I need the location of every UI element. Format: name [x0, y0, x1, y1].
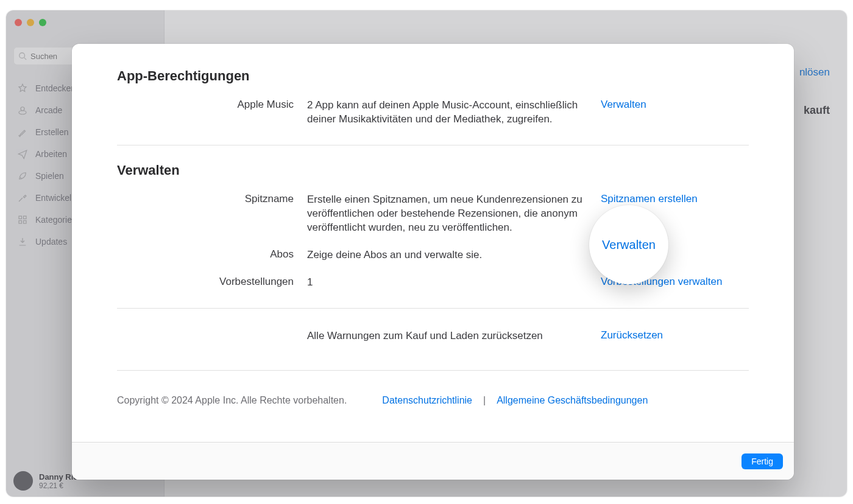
manage-apple-music-link[interactable]: Verwalten	[601, 99, 749, 111]
account-settings-sheet: App-Berechtigungen Apple Music 2 App kan…	[72, 44, 794, 480]
section-divider	[117, 145, 749, 145]
footer-separator: |	[483, 395, 486, 406]
row-label: Spitzname	[117, 193, 294, 205]
highlight-label: Verwalten	[602, 238, 656, 252]
row-desc: 2 App kann auf deinen Apple Music-Accoun…	[307, 99, 587, 127]
section-title-manage: Verwalten	[117, 163, 749, 178]
row-desc: Erstelle einen Spitznamen, um neue Kunde…	[307, 193, 587, 235]
row-desc: 1	[307, 276, 587, 290]
section-divider	[117, 308, 749, 309]
highlight-magnifier: Verwalten	[589, 205, 668, 284]
row-apple-music: Apple Music 2 App kann auf deinen Apple …	[117, 95, 749, 136]
row-preorders: Vorbestellungen 1 Vorbestellungen verwal…	[117, 272, 749, 299]
row-desc: Zeige deine Abos an und verwalte sie.	[307, 248, 587, 262]
row-label: Vorbestellungen	[117, 276, 294, 288]
copyright-text: Copyright © 2024 Apple Inc. Alle Rechte …	[117, 395, 347, 406]
privacy-link[interactable]: Datenschutzrichtlinie	[382, 395, 472, 406]
sheet-button-bar: Fertig	[72, 442, 794, 480]
done-button[interactable]: Fertig	[742, 453, 783, 469]
row-label: Apple Music	[117, 99, 294, 111]
create-nickname-link[interactable]: Spitznamen erstellen	[601, 193, 749, 205]
row-desc: Alle Warnungen zum Kauf und Laden zurück…	[307, 329, 587, 343]
reset-warnings-link[interactable]: Zurücksetzen	[601, 329, 749, 341]
row-label: Abos	[117, 248, 294, 261]
terms-link[interactable]: Allgemeine Geschäftsbedingungen	[497, 395, 648, 406]
row-reset-warnings: Alle Warnungen zum Kauf und Laden zurück…	[117, 326, 749, 353]
sheet-footer-links: Copyright © 2024 Apple Inc. Alle Rechte …	[117, 370, 749, 406]
app-window: Entdecken Arcade Erstellen Arbeiten Spie…	[6, 10, 847, 497]
section-title-permissions: App-Berechtigungen	[117, 68, 749, 84]
